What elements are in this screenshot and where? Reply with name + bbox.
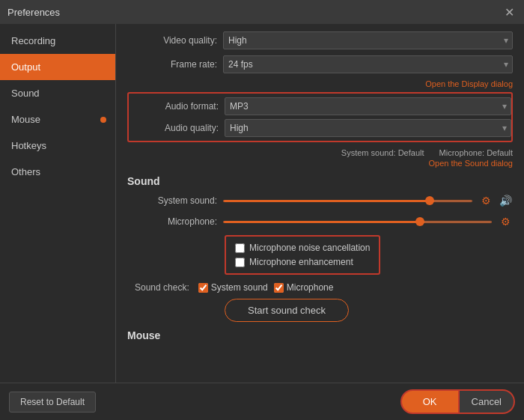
frame-rate-select-wrapper: 24 fps 30 fps 60 fps <box>223 55 513 73</box>
microphone-settings-icon[interactable]: ⚙ <box>498 214 513 229</box>
ok-cancel-group: OK Cancel <box>400 389 515 414</box>
noise-cancellation-checkbox[interactable] <box>235 243 245 253</box>
sidebar-item-output-label: Output <box>11 61 40 73</box>
microphone-thumb[interactable] <box>415 217 424 226</box>
frame-rate-label: Frame rate: <box>127 59 217 70</box>
audio-quality-select[interactable]: High Medium Low <box>225 119 511 137</box>
sound-check-label: Sound check: <box>135 282 189 293</box>
system-sound-volume-icon[interactable]: 🔊 <box>498 193 513 208</box>
video-quality-select[interactable]: High Medium Low <box>223 31 513 49</box>
ok-button[interactable]: OK <box>400 389 460 414</box>
microphone-fill <box>224 222 424 222</box>
enhancement-row: Microphone enhancement <box>235 257 370 267</box>
noise-cancellation-label[interactable]: Microphone noise cancellation <box>249 243 370 253</box>
sidebar-item-recording[interactable]: Recording <box>0 28 115 54</box>
microphone-check-label[interactable]: Microphone <box>287 282 334 293</box>
mouse-dot <box>100 117 106 123</box>
sidebar-item-recording-label: Recording <box>11 35 55 46</box>
sidebar-item-sound-label: Sound <box>11 88 40 99</box>
system-sound-slider-row: System sound: ⚙ 🔊 <box>127 193 513 208</box>
system-sound-check-label[interactable]: System sound <box>211 282 268 293</box>
close-button[interactable]: ✕ <box>502 4 517 19</box>
mouse-section-title: Mouse <box>127 329 513 341</box>
system-sound-check-item: System sound <box>198 282 268 293</box>
microphone-slider-label: Microphone: <box>127 216 217 227</box>
microphone-checkboxes-box: Microphone noise cancellation Microphone… <box>225 235 380 275</box>
frame-rate-select[interactable]: 24 fps 30 fps 60 fps <box>223 55 513 73</box>
video-quality-label: Video quality: <box>127 35 217 46</box>
frame-rate-row: Frame rate: 24 fps 30 fps 60 fps <box>127 55 513 73</box>
microphone-track <box>223 221 492 223</box>
system-sound-info: System sound: Default <box>341 148 424 157</box>
audio-format-select-wrapper: MP3 AAC WAV <box>225 97 511 115</box>
sidebar-item-mouse[interactable]: Mouse <box>0 106 115 133</box>
sidebar-item-others-label: Others <box>11 166 40 177</box>
cancel-button[interactable]: Cancel <box>460 389 515 414</box>
audio-format-label: Audio format: <box>129 101 219 112</box>
start-sound-check-row: Start sound check <box>225 299 513 322</box>
audio-quality-row: Audio quality: High Medium Low <box>129 119 511 137</box>
audio-settings-box: Audio format: MP3 AAC WAV Audio quality:… <box>127 92 513 142</box>
system-sound-check-checkbox[interactable] <box>198 283 208 293</box>
main-content: Recording Output Sound Mouse Hotkeys Oth… <box>0 24 524 383</box>
system-sound-track <box>223 200 472 202</box>
audio-format-row: Audio format: MP3 AAC WAV <box>129 97 511 115</box>
open-display-dialog-link[interactable]: Open the Display dialog <box>425 79 513 88</box>
enhancement-checkbox[interactable] <box>235 258 245 267</box>
sound-check-row: Sound check: System sound Microphone <box>135 282 513 293</box>
audio-format-select[interactable]: MP3 AAC WAV <box>225 97 511 115</box>
enhancement-label[interactable]: Microphone enhancement <box>249 257 353 267</box>
system-sound-settings-icon[interactable]: ⚙ <box>478 193 493 208</box>
sidebar-item-output[interactable]: Output <box>0 54 115 80</box>
microphone-slider-wrapper: ⚙ <box>223 214 513 229</box>
sound-info-row: System sound: Default Microphone: Defaul… <box>127 148 513 157</box>
preferences-window: Preferences ✕ Recording Output Sound Mou… <box>0 0 524 420</box>
microphone-check-item: Microphone <box>274 282 334 293</box>
sidebar-item-sound[interactable]: Sound <box>0 80 115 106</box>
microphone-info: Microphone: Default <box>439 148 513 157</box>
sound-dialog-row: Open the Sound dialog <box>127 159 513 168</box>
sidebar-item-hotkeys[interactable]: Hotkeys <box>0 133 115 159</box>
system-sound-slider-wrapper: ⚙ 🔊 <box>223 193 513 208</box>
microphone-slider-row: Microphone: ⚙ <box>127 214 513 229</box>
sidebar-item-others[interactable]: Others <box>0 159 115 185</box>
microphone-checkboxes-container: Microphone noise cancellation Microphone… <box>225 235 513 275</box>
sound-section-title: Sound <box>127 175 513 187</box>
sidebar-item-mouse-label: Mouse <box>11 114 40 125</box>
noise-cancellation-row: Microphone noise cancellation <box>235 243 370 253</box>
title-bar: Preferences ✕ <box>0 0 524 24</box>
sidebar: Recording Output Sound Mouse Hotkeys Oth… <box>0 24 116 383</box>
sidebar-item-hotkeys-label: Hotkeys <box>11 140 46 151</box>
system-sound-thumb[interactable] <box>425 196 434 205</box>
system-sound-slider-label: System sound: <box>127 195 217 206</box>
open-sound-dialog-link[interactable]: Open the Sound dialog <box>428 159 513 168</box>
start-sound-check-button[interactable]: Start sound check <box>225 299 349 322</box>
video-quality-select-wrapper: High Medium Low <box>223 31 513 49</box>
microphone-icons: ⚙ <box>498 214 513 229</box>
microphone-check-checkbox[interactable] <box>274 283 284 293</box>
system-sound-fill <box>224 201 434 201</box>
window-title: Preferences <box>7 7 60 18</box>
audio-quality-label: Audio quality: <box>129 123 219 133</box>
video-quality-row: Video quality: High Medium Low <box>127 31 513 49</box>
bottom-bar: Reset to Default OK Cancel <box>0 383 524 420</box>
display-dialog-row: Open the Display dialog <box>127 79 513 88</box>
system-sound-icons: ⚙ 🔊 <box>478 193 513 208</box>
content-area: Video quality: High Medium Low Frame rat… <box>116 24 524 383</box>
audio-quality-select-wrapper: High Medium Low <box>225 119 511 137</box>
reset-button[interactable]: Reset to Default <box>9 392 96 413</box>
